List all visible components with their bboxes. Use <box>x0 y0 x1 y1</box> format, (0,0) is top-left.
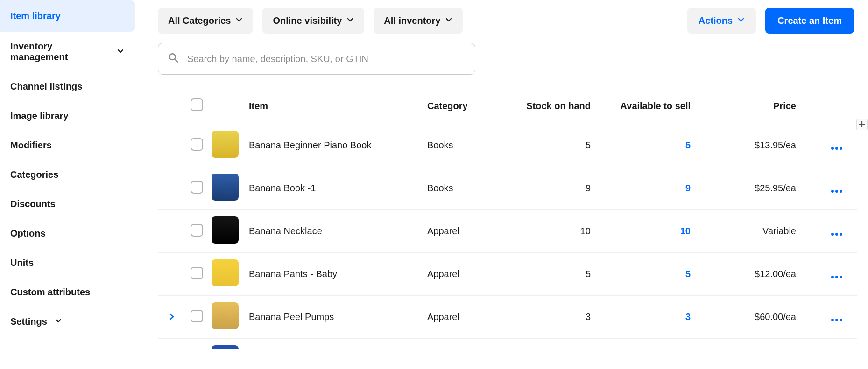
sidebar-item-inventory-management[interactable]: Inventory management <box>0 32 135 72</box>
price-cell: $12.00/ea <box>698 253 801 296</box>
category-cell: Books <box>423 339 516 349</box>
sidebar-item-label: Units <box>10 258 34 268</box>
row-actions-menu[interactable] <box>831 266 843 282</box>
filter-categories[interactable]: All Categories <box>158 8 253 34</box>
price-cell: $60.00/ea <box>698 296 801 339</box>
item-thumbnail <box>212 345 239 349</box>
category-cell: Apparel <box>423 210 516 253</box>
sidebar-item-label: Channel listings <box>10 81 82 92</box>
create-item-label: Create an Item <box>777 15 842 26</box>
select-all-checkbox[interactable] <box>191 98 203 111</box>
sidebar-item-label: Settings <box>10 316 47 327</box>
sidebar-item-image-library[interactable]: Image library <box>0 101 135 131</box>
row-checkbox[interactable] <box>191 181 203 194</box>
actions-button[interactable]: Actions <box>687 8 756 34</box>
price-cell: Variable <box>698 210 801 253</box>
header-category[interactable]: Category <box>423 88 516 124</box>
filter-inventory[interactable]: All inventory <box>374 8 463 34</box>
row-checkbox[interactable] <box>191 267 203 279</box>
sidebar-item-label: Custom attributes <box>10 287 90 298</box>
sidebar-item-units[interactable]: Units <box>0 248 135 278</box>
item-name-cell[interactable]: Banana Necklace <box>244 210 423 253</box>
svg-line-1 <box>175 59 178 62</box>
stock-cell: 3 <box>516 296 605 339</box>
row-checkbox[interactable] <box>191 310 203 322</box>
chevron-right-icon[interactable] <box>169 312 175 322</box>
row-checkbox[interactable] <box>191 224 203 237</box>
table-row[interactable]: Banana NecklaceApparel1010Variable <box>158 210 857 253</box>
item-thumbnail <box>212 131 239 158</box>
svg-point-12 <box>835 276 838 278</box>
item-thumbnail <box>212 216 239 244</box>
row-actions-menu[interactable] <box>831 223 843 239</box>
stock-cell: 9 <box>516 167 605 210</box>
search-input[interactable] <box>158 43 475 75</box>
header-stock[interactable]: Stock on hand <box>516 88 605 124</box>
filter-visibility-label: Online visibility <box>273 15 342 26</box>
item-name-cell[interactable]: Banana Peel Pumps <box>244 296 423 339</box>
sidebar-item-settings[interactable]: Settings <box>0 307 135 336</box>
price-cell: $13.95/ea <box>698 124 801 167</box>
item-table-container[interactable]: Item Category Stock on hand Available to… <box>158 88 868 349</box>
table-row[interactable]: Banana Book -1Books99$25.95/ea <box>158 167 857 210</box>
svg-point-15 <box>835 319 838 321</box>
sidebar-item-item-library[interactable]: Item library <box>0 0 135 32</box>
svg-point-8 <box>831 233 834 236</box>
sidebar-item-label: Modifiers <box>10 140 52 151</box>
sidebar-item-label: Discounts <box>10 199 56 209</box>
sidebar-item-categories[interactable]: Categories <box>0 160 135 189</box>
item-name-cell[interactable]: Banana Sticker Book <box>244 339 423 349</box>
table-row[interactable]: Banana Sticker BookBooks44$11.00/ea <box>158 339 857 349</box>
stock-cell: 10 <box>516 210 605 253</box>
available-link[interactable]: 10 <box>680 226 691 236</box>
plus-icon <box>859 120 865 130</box>
category-cell: Books <box>423 167 516 210</box>
svg-point-10 <box>840 233 842 236</box>
available-link[interactable]: 5 <box>685 269 691 279</box>
toolbar: All Categories Online visibility All inv… <box>158 8 868 34</box>
available-link[interactable]: 3 <box>685 312 691 322</box>
svg-point-2 <box>831 147 834 150</box>
stock-cell: 5 <box>516 253 605 296</box>
header-price[interactable]: Price <box>698 88 801 124</box>
filter-visibility[interactable]: Online visibility <box>262 8 364 34</box>
category-cell: Apparel <box>423 253 516 296</box>
item-name-cell[interactable]: Banana Pants - Baby <box>244 253 423 296</box>
svg-point-4 <box>840 147 842 150</box>
header-available[interactable]: Available to sell <box>605 88 698 124</box>
row-actions-menu[interactable] <box>831 138 843 153</box>
add-column-button[interactable] <box>856 119 868 130</box>
available-link[interactable]: 9 <box>685 183 691 193</box>
sidebar-item-channel-listings[interactable]: Channel listings <box>0 72 135 101</box>
table-row[interactable]: Banana Pants - BabyApparel55$12.00/ea <box>158 253 857 296</box>
item-name-cell[interactable]: Banana Book -1 <box>244 167 423 210</box>
svg-point-5 <box>831 190 834 193</box>
row-actions-menu[interactable] <box>831 181 843 196</box>
stock-cell: 4 <box>516 339 605 349</box>
row-checkbox[interactable] <box>191 138 203 151</box>
sidebar-item-label: Image library <box>10 111 69 121</box>
filter-categories-label: All Categories <box>168 15 231 26</box>
svg-point-9 <box>835 233 838 236</box>
svg-point-13 <box>840 276 842 278</box>
available-link[interactable]: 5 <box>685 140 691 150</box>
sidebar-item-discounts[interactable]: Discounts <box>0 189 135 219</box>
chevron-down-icon <box>55 316 62 327</box>
sidebar-item-custom-attributes[interactable]: Custom attributes <box>0 278 135 307</box>
item-name-cell[interactable]: Banana Beginner Piano Book <box>244 124 423 167</box>
svg-point-14 <box>831 319 834 321</box>
header-item[interactable]: Item <box>244 88 423 124</box>
category-cell: Books <box>423 124 516 167</box>
sidebar-item-label: Inventory management <box>10 41 109 63</box>
table-row[interactable]: Banana Beginner Piano BookBooks55$13.95/… <box>158 124 857 167</box>
chevron-down-icon <box>235 15 243 26</box>
create-item-button[interactable]: Create an Item <box>765 8 854 34</box>
table-row[interactable]: Banana Peel PumpsApparel33$60.00/ea <box>158 296 857 339</box>
row-actions-menu[interactable] <box>831 309 843 325</box>
sidebar-item-options[interactable]: Options <box>0 219 135 248</box>
filter-inventory-label: All inventory <box>384 15 440 26</box>
svg-point-0 <box>169 54 176 60</box>
sidebar-item-modifiers[interactable]: Modifiers <box>0 131 135 160</box>
sidebar-item-label: Options <box>10 228 46 239</box>
stock-cell: 5 <box>516 124 605 167</box>
